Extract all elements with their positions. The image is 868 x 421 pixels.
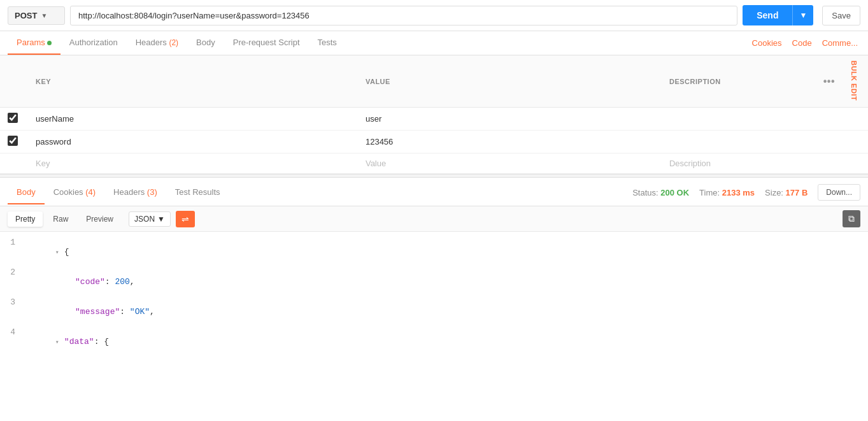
row2-check-cell <box>0 131 28 153</box>
placeholder-value-input[interactable] <box>366 159 654 168</box>
resp-tab-cookies[interactable]: Cookies (4) <box>45 181 104 204</box>
response-body-toolbar: Pretty Raw Preview JSON ▼ ⇌ ⧉ <box>0 206 868 232</box>
type-label: JSON <box>134 215 155 224</box>
row1-value-input[interactable] <box>366 114 654 124</box>
row1-more-cell <box>816 108 843 131</box>
tab-body[interactable]: Body <box>187 31 224 55</box>
type-selector[interactable]: JSON ▼ <box>129 211 171 227</box>
code-line-4: 4 ▾ "data": { <box>0 327 868 350</box>
format-raw-button[interactable]: Raw <box>45 211 76 227</box>
row1-check-cell <box>0 108 28 131</box>
send-button[interactable]: Send <box>743 5 792 25</box>
col-header-more: ••• <box>816 55 843 108</box>
response-tabs: Body Cookies (4) Headers (3) Test Result… <box>0 179 868 206</box>
row1-bulk-cell <box>843 108 868 131</box>
row1-key-input[interactable] <box>36 114 350 124</box>
placeholder-bulk-cell <box>843 153 868 174</box>
row2-desc-cell <box>662 131 816 153</box>
row2-more-cell <box>816 131 843 153</box>
row2-bulk-cell <box>843 131 868 153</box>
code-line-2: 2 "code": 200, <box>0 267 868 297</box>
params-section: KEY VALUE DESCRIPTION ••• Bulk Edit <box>0 55 868 174</box>
collapse-arrow-icon[interactable]: ▾ <box>55 249 63 256</box>
tab-tests[interactable]: Tests <box>309 31 346 55</box>
copy-button[interactable]: ⧉ <box>843 210 860 227</box>
bulk-edit-button[interactable]: Bulk Edit <box>850 61 858 101</box>
row1-checkbox[interactable] <box>8 113 18 123</box>
code-line-3: 3 "message": "OK", <box>0 297 868 327</box>
placeholder-value-cell <box>358 153 662 174</box>
resp-tab-headers[interactable]: Headers (3) <box>104 181 166 204</box>
size-value: 177 B <box>786 188 808 197</box>
table-row <box>0 131 868 153</box>
line-content-4: ▾ "data": { <box>25 327 868 350</box>
row2-checkbox[interactable] <box>8 136 18 146</box>
row1-desc-input[interactable] <box>669 114 808 124</box>
row2-value-cell <box>358 131 662 153</box>
row2-key-input[interactable] <box>36 137 350 146</box>
code-link[interactable]: Code <box>790 32 815 54</box>
collapse-data-icon[interactable]: ▾ <box>55 339 63 346</box>
line-content-3: "message": "OK", <box>25 297 868 326</box>
response-code-area: 1 ▾ { 2 "code": 200, 3 "message": "OK", … <box>0 232 868 350</box>
send-dropdown-button[interactable]: ▼ <box>792 5 813 25</box>
url-input[interactable] <box>70 6 737 25</box>
table-row <box>0 108 868 131</box>
placeholder-desc-input[interactable] <box>669 159 808 168</box>
section-divider <box>0 174 868 178</box>
line-content-1: ▾ { <box>25 238 868 266</box>
resp-tab-test-results[interactable]: Test Results <box>166 181 229 204</box>
row1-value-cell <box>358 108 662 131</box>
row1-key-cell <box>28 108 358 131</box>
row2-key-cell <box>28 131 358 153</box>
table-row-placeholder <box>0 153 868 174</box>
row2-desc-input[interactable] <box>669 137 808 146</box>
col-header-check <box>0 55 28 108</box>
placeholder-desc-cell <box>662 153 816 174</box>
params-dot <box>47 41 52 45</box>
status-label: Status: 200 OK <box>632 188 689 197</box>
more-options-icon[interactable]: ••• <box>823 76 835 87</box>
download-button[interactable]: Down... <box>818 184 860 201</box>
params-table: KEY VALUE DESCRIPTION ••• Bulk Edit <box>0 55 868 174</box>
top-bar: POST ▼ Send ▼ Save <box>0 0 868 31</box>
placeholder-key-input[interactable] <box>36 159 350 168</box>
tab-params[interactable]: Params <box>8 31 60 55</box>
placeholder-check-cell <box>0 153 28 174</box>
col-header-value: VALUE <box>358 55 662 108</box>
response-status-info: Status: 200 OK Time: 2133 ms Size: 177 B… <box>632 179 860 206</box>
placeholder-key-cell <box>28 153 358 174</box>
col-header-key: KEY <box>28 55 358 108</box>
comments-link[interactable]: Comme... <box>820 32 860 54</box>
resp-tab-body[interactable]: Body <box>8 181 45 204</box>
method-selector[interactable]: POST ▼ <box>8 6 65 25</box>
save-button[interactable]: Save <box>822 6 860 25</box>
placeholder-more-cell <box>816 153 843 174</box>
format-preview-button[interactable]: Preview <box>78 211 121 227</box>
request-tabs: Params Authorization Headers (2) Body Pr… <box>0 31 868 55</box>
req-tabs-right: Cookies Code Comme... <box>750 32 860 54</box>
method-chevron-icon: ▼ <box>41 12 47 19</box>
method-label: POST <box>15 11 37 20</box>
row2-value-input[interactable] <box>366 137 654 146</box>
col-header-bulk: Bulk Edit <box>843 55 868 108</box>
send-button-group: Send ▼ <box>743 5 813 25</box>
code-line-1: 1 ▾ { <box>0 237 868 267</box>
line-content-2: "code": 200, <box>25 268 868 296</box>
type-chevron-icon: ▼ <box>157 215 165 224</box>
tab-headers[interactable]: Headers (2) <box>127 31 187 55</box>
wrap-button[interactable]: ⇌ <box>176 211 195 227</box>
time-label: Time: 2133 ms <box>699 188 755 197</box>
tab-authorization[interactable]: Authorization <box>60 31 127 55</box>
line-number-2: 2 <box>0 268 25 277</box>
row1-desc-cell <box>662 108 816 131</box>
size-label: Size: 177 B <box>765 188 808 197</box>
status-value: 200 OK <box>660 188 689 197</box>
line-number-1: 1 <box>0 238 25 247</box>
line-number-3: 3 <box>0 297 25 307</box>
col-header-description: DESCRIPTION <box>662 55 816 108</box>
cookies-link[interactable]: Cookies <box>750 32 785 54</box>
tab-pre-request[interactable]: Pre-request Script <box>224 31 309 55</box>
time-value: 2133 ms <box>722 188 755 197</box>
format-pretty-button[interactable]: Pretty <box>8 211 43 227</box>
